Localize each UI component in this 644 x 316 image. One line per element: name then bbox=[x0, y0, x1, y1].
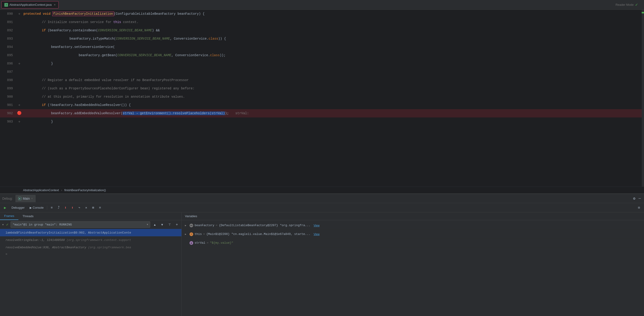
code-line-898: 898 // Register a default embedded value… bbox=[0, 76, 644, 84]
code-line-900: 900 // at this point, primarily for reso… bbox=[0, 93, 644, 101]
btn-step-over[interactable]: ⤴ bbox=[56, 205, 62, 211]
scroll-marker bbox=[642, 12, 644, 13]
var-expand-icon-this: ▶ bbox=[185, 233, 188, 236]
btn-step-out[interactable]: ⬆ bbox=[69, 205, 76, 211]
line-num-898: 898 bbox=[0, 76, 16, 84]
console-icon: ▶ bbox=[30, 206, 32, 209]
btn-thread-down[interactable]: ▼ bbox=[160, 222, 165, 227]
btn-thread-filter[interactable]: ⊤ bbox=[167, 222, 172, 227]
btn-step-into[interactable]: ⬇ bbox=[62, 205, 69, 211]
stack-frame-1[interactable]: resolveStringValue:-1, 1241480588 (org.s… bbox=[0, 236, 182, 244]
code-line-899: 899 // (such as a PropertySourcesPlaceho… bbox=[0, 84, 644, 93]
more-frames-btn[interactable]: » bbox=[0, 251, 182, 257]
var-val-strval: "${my.value}" bbox=[210, 241, 233, 245]
console-tab-btn[interactable]: ▶ Console bbox=[28, 205, 46, 210]
code-line-890: 890 ◇ protected void finishBeanFactoryIn… bbox=[0, 10, 644, 18]
tab-frames[interactable]: Frames bbox=[0, 212, 18, 220]
stack-frame-2[interactable]: resolveEmbeddedValue:936, AbstractBeanFa… bbox=[0, 244, 182, 251]
code-902: beanFactory.addEmbeddedValueResolver(str… bbox=[22, 109, 644, 117]
frame-0-label: lambda$finishBeanFactoryInitialization$0… bbox=[6, 231, 131, 234]
diamond-icon-903: ◇ bbox=[19, 117, 20, 126]
debug-settings-btn[interactable]: ⚙ bbox=[632, 195, 636, 202]
thread-dropdown[interactable]: "main"@1 in group "main": RUNNING ▼ bbox=[10, 221, 150, 228]
tab-close-icon[interactable]: × bbox=[54, 3, 56, 7]
var-item-this[interactable]: ▶ = this = {Main$1@2208} "cn.eagleli.val… bbox=[182, 230, 644, 239]
code-896: } bbox=[22, 59, 644, 68]
btn-more[interactable]: ≡ bbox=[97, 205, 103, 211]
btn-evaluate[interactable]: ✕ bbox=[83, 205, 90, 211]
line-num-896: 896 bbox=[0, 59, 16, 68]
line-num-901: 901 bbox=[0, 101, 16, 109]
var-icon-this: = bbox=[190, 232, 193, 236]
toolbar-sep-1 bbox=[47, 205, 47, 210]
gutter-894 bbox=[16, 43, 22, 51]
line-num-890: 890 bbox=[0, 10, 16, 18]
frame-1-label: resolveStringValue:-1, 1241480588 (org.s… bbox=[6, 238, 131, 242]
code-line-897: 897 bbox=[0, 68, 644, 76]
line-num-897: 897 bbox=[0, 68, 16, 76]
file-tab[interactable]: J AbstractApplicationContext.java × bbox=[2, 1, 59, 9]
line-num-891: 891 bbox=[0, 18, 16, 26]
btn-run-cursor[interactable]: ↷ bbox=[76, 205, 82, 211]
breadcrumb-class: AbstractApplicationContext bbox=[23, 188, 59, 192]
code-line-893: 893 beanFactory.isTypeMatch(CONVERSION_S… bbox=[0, 35, 644, 43]
gutter-893 bbox=[16, 35, 22, 43]
frames-panel: Frames Threads ▼ ✓ "main"@1 in group "ma… bbox=[0, 212, 182, 316]
stack-frames: lambda$finishBeanFactoryInitialization$0… bbox=[0, 229, 182, 316]
tab-threads[interactable]: Threads bbox=[18, 212, 38, 220]
vars-panel: Variables ▶ oo beanFactory = {DefaultLis… bbox=[182, 212, 644, 316]
var-view-this[interactable]: View bbox=[314, 233, 320, 236]
editor-container: J AbstractApplicationContext.java × Read… bbox=[0, 0, 644, 194]
var-view-beanfactory[interactable]: View bbox=[314, 224, 320, 227]
tab-bar: J AbstractApplicationContext.java × Read… bbox=[0, 0, 644, 10]
gutter-890: ◇ bbox=[16, 10, 22, 18]
scroll-bar-right bbox=[642, 10, 644, 187]
gutter-891 bbox=[16, 18, 22, 26]
more-icon: » bbox=[6, 252, 7, 256]
breadcrumb: AbstractApplicationContext › finishBeanF… bbox=[0, 187, 644, 194]
code-890: protected void finishBeanFactoryInitiali… bbox=[22, 10, 644, 18]
line-num-893: 893 bbox=[0, 35, 16, 43]
var-val-this: {Main$1@2208} "cn.eagleli.value.Main$1@1… bbox=[206, 232, 310, 236]
gutter-900 bbox=[16, 93, 22, 101]
reader-mode-label[interactable]: Reader Mode bbox=[616, 3, 634, 7]
line-num-903: 903 bbox=[0, 117, 16, 126]
debug-content: Frames Threads ▼ ✓ "main"@1 in group "ma… bbox=[0, 212, 644, 316]
btn-list[interactable]: ≡ bbox=[48, 205, 55, 211]
code-892: if (beanFactory.containsBean(CONVERSION_… bbox=[22, 26, 644, 35]
var-item-beanfactory[interactable]: ▶ oo beanFactory = {DefaultListableBeanF… bbox=[182, 221, 644, 230]
debugger-tab[interactable]: Debugger bbox=[9, 205, 27, 210]
diamond-icon-896: ◇ bbox=[19, 59, 20, 68]
method-highlight: finishBeanFactoryInitialization bbox=[52, 12, 114, 16]
var-val-beanfactory: {DefaultListableBeanFactory@2207} "org.s… bbox=[219, 224, 310, 227]
code-line-892: 892 if (beanFactory.containsBean(CONVERS… bbox=[0, 26, 644, 35]
stack-frame-0[interactable]: lambda$finishBeanFactoryInitialization$0… bbox=[0, 229, 182, 236]
btn-thread-add[interactable]: + bbox=[174, 222, 180, 227]
reader-mode-area: Reader Mode ✓ bbox=[616, 3, 642, 7]
debug-tab-bar: Debug: ▶ Main × ⚙ — bbox=[0, 194, 644, 203]
gutter-896: ◇ bbox=[16, 59, 22, 68]
btn-grid[interactable]: ⊞ bbox=[90, 205, 96, 211]
debug-sidebar-icon[interactable]: ▶ bbox=[2, 205, 8, 211]
var-eq: = bbox=[216, 224, 218, 227]
var-eq-strval: = bbox=[207, 241, 208, 245]
var-item-strval[interactable]: p strVal = "${my.value}" bbox=[182, 239, 644, 247]
breadcrumb-method: finishBeanFactoryInitialization() bbox=[64, 188, 106, 192]
code-894: beanFactory.setConversionService( bbox=[22, 43, 644, 51]
thread-check-icon: ✓ bbox=[6, 223, 9, 226]
debug-tab-close[interactable]: × bbox=[31, 197, 33, 200]
code-line-891: 891 // Initialize conversion service for… bbox=[0, 18, 644, 26]
code-893: beanFactory.isTypeMatch(CONVERSION_SERVI… bbox=[22, 35, 644, 43]
tab-filename: AbstractApplicationContext.java bbox=[10, 3, 52, 7]
btn-thread-up[interactable]: ▲ bbox=[152, 222, 158, 227]
tab-icon: J bbox=[4, 3, 8, 7]
debug-main-tab[interactable]: ▶ Main × bbox=[16, 195, 36, 202]
var-icon-oo: oo bbox=[190, 224, 193, 227]
gutter-902: 🔴 bbox=[16, 109, 22, 117]
btn-layout[interactable]: ⊟ bbox=[636, 205, 642, 211]
diamond-icon-890: ◇ bbox=[19, 10, 20, 18]
debug-toolbar: ▶ Debugger ▶ Console ≡ ⤴ ⬇ ⬆ ↷ ✕ ⊞ ≡ ⊟ bbox=[0, 203, 644, 212]
gutter-903: ◇ bbox=[16, 117, 22, 126]
gutter-892 bbox=[16, 26, 22, 35]
debug-minimize-btn[interactable]: — bbox=[638, 196, 642, 202]
